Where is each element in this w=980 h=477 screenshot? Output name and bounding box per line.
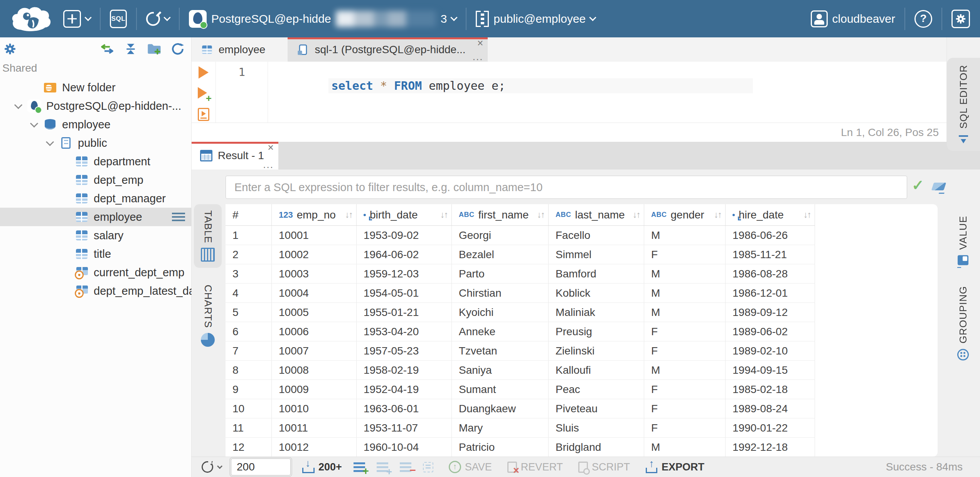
table-row[interactable]: 6 10006 1953-04-20 Anneke Preusig F 19 <box>226 322 815 341</box>
table-row[interactable]: 9 10009 1952-04-19 Sumant Peac F 1985- <box>226 380 815 399</box>
tree-item[interactable]: current_dept_emp <box>0 263 191 282</box>
table-cell[interactable]: 1989-09-12 <box>726 303 815 322</box>
settings-button[interactable] <box>951 10 970 28</box>
tree-item[interactable]: New folder <box>0 78 191 97</box>
revert-button[interactable]: REVERT <box>507 461 563 473</box>
table-cell[interactable]: 4 <box>226 284 272 302</box>
table-cell[interactable]: 10003 <box>272 264 357 283</box>
table-cell[interactable]: 1985-11-21 <box>726 245 815 264</box>
table-cell[interactable]: 3 <box>226 264 272 283</box>
tree-item[interactable]: department <box>0 152 191 171</box>
table-cell[interactable]: 9 <box>226 380 272 399</box>
table-row[interactable]: 4 10004 1954-05-01 Chirstian Koblick M <box>226 284 815 303</box>
table-cell[interactable]: 10011 <box>272 418 357 437</box>
table-cell[interactable]: 12 <box>226 438 272 457</box>
table-cell[interactable]: M <box>644 264 726 283</box>
fetch-more-button[interactable]: 200+ <box>302 461 342 473</box>
table-cell[interactable]: 11 <box>226 418 272 437</box>
sort-icon[interactable] <box>537 210 544 220</box>
delete-row-button[interactable] <box>400 462 411 472</box>
export-button[interactable]: EXPORT <box>645 460 704 474</box>
value-side-tab[interactable]: VALUE <box>957 209 969 272</box>
connection-selector[interactable]: PostgreSQL@ep-hidde 3 <box>189 10 456 28</box>
table-cell[interactable]: 1989-08-24 <box>726 399 815 418</box>
close-icon[interactable] <box>268 143 274 153</box>
column-header[interactable]: first_name <box>452 204 549 225</box>
table-cell[interactable]: 10002 <box>272 245 357 264</box>
table-cell[interactable]: 1992-12-18 <box>726 438 815 457</box>
table-cell[interactable]: M <box>644 303 726 322</box>
sql-code-area[interactable]: select * FROM employee e; <box>268 62 980 123</box>
table-cell[interactable]: 8 <box>226 361 272 380</box>
table-cell[interactable]: Chirstian <box>452 284 549 302</box>
table-cell[interactable]: Patricio <box>452 438 549 457</box>
table-cell[interactable]: 10006 <box>272 322 357 341</box>
execute-script-button[interactable] <box>198 108 209 121</box>
table-cell[interactable]: M <box>644 284 726 302</box>
table-cell[interactable]: 1952-04-19 <box>357 380 452 399</box>
table-cell[interactable]: Sluis <box>549 418 644 437</box>
table-cell[interactable]: Koblick <box>549 284 644 302</box>
table-row[interactable]: 3 10003 1959-12-03 Parto Bamford M 198 <box>226 264 815 284</box>
table-cell[interactable]: Bezalel <box>452 245 549 264</box>
table-cell[interactable]: Zielinski <box>549 341 644 360</box>
table-cell[interactable]: 1994-09-15 <box>726 361 815 380</box>
column-header[interactable]: last_name <box>549 204 644 225</box>
execute-query-button[interactable] <box>199 66 209 79</box>
table-cell[interactable]: 5 <box>226 303 272 322</box>
table-cell[interactable]: F <box>644 418 726 437</box>
table-row[interactable]: 10 10010 1963-06-01 Duangkaew Piveteau F <box>226 399 815 418</box>
table-cell[interactable]: F <box>644 245 726 264</box>
table-cell[interactable]: Georgi <box>452 226 549 245</box>
table-cell[interactable]: 1 <box>226 226 272 245</box>
table-cell[interactable]: 1953-11-07 <box>357 418 452 437</box>
table-cell[interactable]: 1953-09-02 <box>357 226 452 245</box>
tree-item[interactable]: employee <box>0 115 191 134</box>
driver-tools-button[interactable] <box>146 12 170 26</box>
table-cell[interactable]: Facello <box>549 226 644 245</box>
tree-item[interactable]: dept_emp_latest_date <box>0 282 191 300</box>
table-cell[interactable]: 1954-05-01 <box>357 284 452 302</box>
help-button[interactable] <box>914 10 932 28</box>
table-cell[interactable]: 10009 <box>272 380 357 399</box>
table-cell[interactable]: Anneke <box>452 322 549 341</box>
table-cell[interactable]: 1953-04-20 <box>357 322 452 341</box>
column-header[interactable]: emp_no <box>272 204 357 225</box>
result-tab[interactable]: Result - 1 ... <box>192 142 278 170</box>
sync-with-editor-button[interactable] <box>100 42 114 55</box>
grouping-side-tab[interactable]: GROUPING <box>957 279 969 368</box>
table-cell[interactable]: 1986-08-28 <box>726 264 815 283</box>
table-cell[interactable]: F <box>644 399 726 418</box>
new-folder-button[interactable] <box>147 43 161 55</box>
table-row[interactable]: 5 10005 1955-01-21 Kyoichi Maliniak M <box>226 303 815 322</box>
table-cell[interactable]: F <box>644 322 726 341</box>
table-cell[interactable]: M <box>644 438 726 457</box>
refresh-button[interactable] <box>171 42 184 55</box>
table-row[interactable]: 8 10008 1958-02-19 Saniya Kalloufi M 1 <box>226 361 815 380</box>
table-cell[interactable]: 7 <box>226 341 272 360</box>
table-cell[interactable]: Piveteau <box>549 399 644 418</box>
save-button[interactable]: SAVE <box>449 461 492 473</box>
table-cell[interactable]: 10004 <box>272 284 357 302</box>
table-row[interactable]: 7 10007 1957-05-23 Tzvetan Zielinski F <box>226 341 815 361</box>
tree-item[interactable]: salary <box>0 226 191 245</box>
new-sql-editor-button[interactable]: SQL <box>110 10 127 28</box>
table-cell[interactable]: Simmel <box>549 245 644 264</box>
sort-icon[interactable] <box>345 210 352 220</box>
tree-item[interactable]: dept_emp <box>0 171 191 189</box>
table-cell[interactable]: 10005 <box>272 303 357 322</box>
row-limit-input[interactable] <box>231 459 291 475</box>
table-cell[interactable]: Sumant <box>452 380 549 399</box>
apply-filter-icon[interactable] <box>912 178 924 193</box>
table-cell[interactable]: 1986-06-26 <box>726 226 815 245</box>
sort-icon[interactable] <box>633 210 640 220</box>
table-cell[interactable]: 1960-10-04 <box>357 438 452 457</box>
table-cell[interactable]: F <box>644 380 726 399</box>
table-cell[interactable]: 1955-01-21 <box>357 303 452 322</box>
item-actions-menu-icon[interactable] <box>172 213 185 221</box>
table-cell[interactable]: 1964-06-02 <box>357 245 452 264</box>
table-cell[interactable]: 1958-02-19 <box>357 361 452 380</box>
table-cell[interactable]: Saniya <box>452 361 549 380</box>
sidebar-settings-button[interactable] <box>4 43 16 55</box>
clear-filter-icon[interactable] <box>931 183 946 190</box>
